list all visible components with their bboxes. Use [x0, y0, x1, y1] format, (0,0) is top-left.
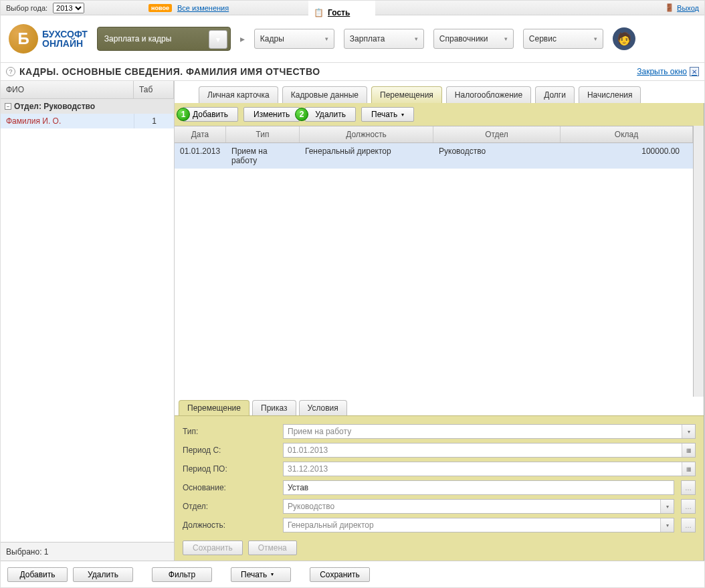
chevron-down-icon: ▾ — [415, 35, 418, 42]
help-icon[interactable]: ? — [6, 67, 15, 76]
edit-button[interactable]: Изменить — [243, 107, 300, 122]
footer-print-button[interactable]: Печать▾ — [231, 567, 291, 582]
col-position[interactable]: Должность — [300, 126, 433, 142]
guest-link[interactable]: Гость — [328, 8, 350, 17]
label-to: Период ПО: — [183, 464, 276, 474]
col-fio[interactable]: ФИО — [1, 81, 134, 98]
more-button[interactable]: … — [681, 518, 696, 532]
subtab-conditions[interactable]: Условия — [299, 400, 347, 415]
form: Тип: Прием на работу▾ Период С: 01.01.20… — [175, 415, 704, 535]
employee-name: Фамилия И. О. — [1, 114, 134, 128]
nav-spravochniki[interactable]: Справочники▾ — [433, 29, 514, 49]
footer-add-button[interactable]: Добавить — [7, 567, 68, 582]
footer-save-button[interactable]: Сохранить — [310, 567, 370, 582]
breadcrumb-arrow: ▸ — [240, 33, 245, 44]
selection-status: Выбрано: 1 — [1, 542, 174, 561]
collapse-icon[interactable]: – — [5, 103, 11, 110]
sub-tab-bar: Перемещение Приказ Условия — [175, 397, 704, 415]
chevron-down-icon[interactable]: ▾ — [209, 30, 227, 49]
new-badge: новое — [148, 4, 172, 12]
close-icon[interactable]: ✕ — [690, 67, 699, 76]
employee-row[interactable]: Фамилия И. О. 1 — [1, 114, 174, 128]
chevron-down-icon[interactable]: ▾ — [660, 518, 674, 532]
tab-debts[interactable]: Долги — [535, 86, 575, 103]
logo[interactable]: Б БУХСОФТ ОНЛАЙН — [9, 24, 88, 54]
col-date[interactable]: Дата — [175, 126, 226, 142]
callout-2: 2 — [295, 108, 308, 121]
input-position[interactable]: Генеральный директор▾ — [283, 518, 674, 532]
grid-header: Дата Тип Должность Отдел Оклад — [175, 126, 693, 143]
tab-earnings[interactable]: Начисления — [579, 86, 641, 103]
scrollbar[interactable] — [693, 126, 704, 397]
label-from: Период С: — [183, 446, 276, 455]
calendar-icon: 📋 — [314, 8, 324, 17]
col-salary[interactable]: Оклад — [561, 126, 693, 142]
label-type: Тип: — [183, 427, 276, 436]
door-icon: 🚪 — [665, 3, 674, 12]
chevron-down-icon[interactable]: ▾ — [660, 500, 674, 513]
tab-transfers[interactable]: Перемещения — [371, 86, 442, 103]
label-reason: Основание: — [183, 483, 276, 492]
footer: Добавить Удалить Фильтр Печать▾ Сохранит… — [1, 561, 704, 587]
subtab-order[interactable]: Приказ — [252, 400, 296, 415]
changes-link[interactable]: Все изменения — [177, 4, 229, 12]
chevron-down-icon: ▾ — [271, 571, 274, 577]
input-from[interactable]: 01.01.2013▦ — [283, 443, 696, 458]
label-position: Должность: — [183, 520, 276, 530]
col-dept[interactable]: Отдел — [433, 126, 561, 142]
year-select[interactable]: 2013 — [53, 3, 84, 13]
input-to[interactable]: 31.12.2013▦ — [283, 462, 696, 476]
close-window-link[interactable]: Закрыть окно ✕ — [637, 67, 699, 76]
tab-tax[interactable]: Налогообложение — [446, 86, 531, 103]
nav-servis[interactable]: Сервис▾ — [523, 29, 603, 49]
nav-zarplata[interactable]: Зарплата▾ — [344, 29, 424, 49]
form-cancel-button[interactable]: Отмена — [248, 541, 297, 555]
page-title-row: ? КАДРЫ. ОСНОВНЫЕ СВЕДЕНИЯ. ФАМИЛИЯ ИМЯ … — [1, 62, 704, 81]
header: Б БУХСОФТ ОНЛАЙН Зарплата и кадры ▾ ▸ Ка… — [1, 15, 704, 62]
input-type[interactable]: Прием на работу▾ — [283, 424, 696, 439]
year-label: Выбор года: — [6, 4, 47, 12]
logo-text-1: БУХСОФТ — [42, 29, 88, 39]
logo-icon: Б — [9, 24, 38, 54]
chevron-down-icon: ▾ — [504, 35, 508, 42]
callout-1: 1 — [177, 108, 190, 121]
tab-bar: Личная карточка Кадровые данные Перемеще… — [175, 81, 704, 103]
footer-filter-button[interactable]: Фильтр — [152, 567, 212, 582]
label-dept: Отдел: — [183, 502, 276, 511]
dept-row[interactable]: – Отдел: Руководство — [1, 99, 174, 114]
form-save-button[interactable]: Сохранить — [183, 541, 243, 555]
col-tab[interactable]: Таб — [134, 81, 174, 98]
dept-label: Отдел: Руководство — [14, 102, 95, 111]
add-button[interactable]: Добавить — [183, 107, 238, 122]
tab-personal[interactable]: Личная карточка — [199, 86, 278, 103]
grid-row[interactable]: 01.01.2013 Прием на работу Генеральный д… — [175, 143, 693, 169]
logo-text-2: ОНЛАЙН — [42, 39, 88, 48]
input-reason[interactable]: Устав — [283, 480, 674, 495]
input-dept[interactable]: Руководство▾ — [283, 499, 674, 514]
calendar-icon[interactable]: ▦ — [682, 462, 695, 476]
chevron-down-icon: ▾ — [325, 35, 328, 42]
module-label: Зарплата и кадры — [104, 34, 171, 43]
chevron-down-icon[interactable]: ▾ — [682, 425, 695, 438]
delete-button[interactable]: Удалить — [305, 107, 356, 122]
subtab-transfer[interactable]: Перемещение — [179, 400, 249, 415]
col-type[interactable]: Тип — [226, 126, 300, 142]
employee-tab: 1 — [134, 114, 174, 128]
avatar[interactable]: 🧑 — [613, 27, 635, 50]
chevron-down-icon: ▾ — [401, 112, 404, 118]
footer-delete-button[interactable]: Удалить — [73, 567, 133, 582]
print-button[interactable]: Печать▾ — [361, 107, 414, 122]
left-pane: ФИО Таб – Отдел: Руководство Фамилия И. … — [1, 81, 175, 561]
tab-hr-data[interactable]: Кадровые данные — [282, 86, 367, 103]
toolbar: 1 Добавить Изменить 2 Удалить Печать▾ — [175, 103, 704, 126]
more-button[interactable]: … — [681, 480, 696, 495]
chevron-down-icon: ▾ — [594, 35, 597, 42]
module-select[interactable]: Зарплата и кадры ▾ — [97, 27, 231, 51]
more-button[interactable]: … — [681, 499, 696, 514]
form-buttons: Сохранить Отмена — [175, 535, 704, 561]
logout-link[interactable]: 🚪 Выход — [665, 3, 699, 12]
page-title: КАДРЫ. ОСНОВНЫЕ СВЕДЕНИЯ. ФАМИЛИЯ ИМЯ ОТ… — [19, 66, 320, 77]
calendar-icon[interactable]: ▦ — [682, 444, 695, 457]
nav-kadry[interactable]: Кадры▾ — [254, 29, 334, 49]
left-header: ФИО Таб — [1, 81, 174, 99]
